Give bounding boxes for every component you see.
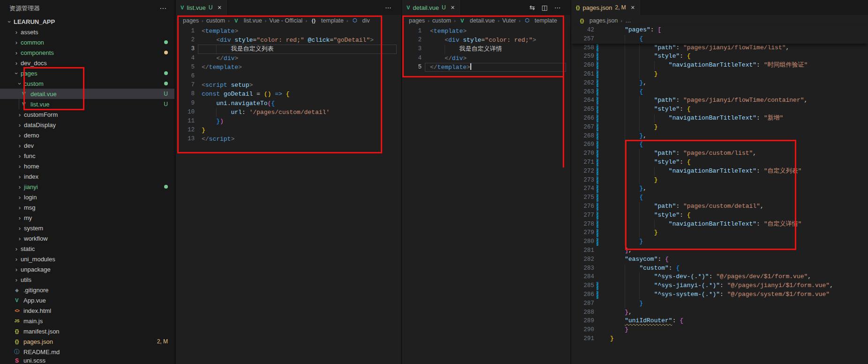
chevron-right-icon[interactable]: › [13, 256, 20, 263]
code-line-257[interactable]: 257 { [571, 35, 868, 44]
tree-item-customform[interactable]: ›customForm [0, 109, 174, 120]
tree-item-utils[interactable]: ›utils [0, 274, 174, 285]
tree-item-uni-scss[interactable]: Suni.scss [0, 357, 174, 364]
code-editor-list-vue[interactable]: 1<template>2 <div style="color: red;" @c… [176, 26, 401, 144]
code-line-258[interactable]: 258 "path": "pages/jianyi/flowTime/list"… [571, 44, 868, 53]
chevron-down-icon[interactable]: › [13, 70, 20, 76]
code-line-3[interactable]: 3 我是自定义详情 [402, 45, 570, 53]
chevron-right-icon[interactable]: › [16, 194, 23, 201]
code-line-3[interactable]: 3 我是自定义列表 [176, 45, 401, 53]
chevron-right-icon[interactable]: › [13, 60, 20, 67]
chevron-right-icon[interactable]: › [16, 163, 23, 170]
code-line-281[interactable]: 281 ], [571, 246, 868, 255]
code-line-286[interactable]: 286 "^sys-system-(.*)": "@/pages/system/… [571, 290, 868, 299]
code-line-271[interactable]: 271 "style": { [571, 158, 868, 167]
chevron-right-icon[interactable]: › [13, 276, 20, 283]
tree-item-learun-app[interactable]: ›LEARUN_APP [0, 16, 174, 27]
code-line-285[interactable]: 285 "^sys-jianyi-(.*)": "@/pages/jianyi/… [571, 281, 868, 290]
tree-item-components[interactable]: ›components [0, 47, 174, 58]
breadcrumb-item[interactable]: pages [409, 17, 425, 24]
chevron-right-icon[interactable]: › [13, 39, 20, 46]
code-line-4[interactable]: 4 </div> [176, 54, 401, 63]
tree-item-index-html[interactable]: <>index.html [0, 305, 174, 316]
code-line-270[interactable]: 270 "path": "pages/custom/list", [571, 149, 868, 158]
close-icon[interactable]: ✕ [631, 5, 635, 11]
tree-item-common[interactable]: ›common [0, 37, 174, 47]
tree-item-dev[interactable]: ›dev [0, 140, 174, 151]
chevron-down-icon[interactable]: › [16, 80, 23, 87]
chevron-right-icon[interactable]: › [13, 29, 20, 36]
chevron-right-icon[interactable]: › [16, 214, 23, 221]
sticky-scroll[interactable]: 42 "pages": [257 { [571, 26, 868, 44]
tree-item-list-vue[interactable]: Vlist.vueU [0, 99, 174, 109]
more-actions-icon[interactable]: ⋯ [385, 4, 392, 11]
code-line-272[interactable]: 272 "navigationBarTitleText": "自定义列表" [571, 167, 868, 176]
code-line-42[interactable]: 42 "pages": [ [571, 26, 868, 35]
more-actions-icon[interactable]: ⋯ [554, 4, 561, 11]
tree-item-readme-md[interactable]: ⓘREADME.md [0, 347, 174, 357]
tree-item-login[interactable]: ›login [0, 192, 174, 202]
code-line-274[interactable]: 274 }, [571, 184, 868, 193]
tree-item-manifest-json[interactable]: {}manifest.json [0, 326, 174, 336]
code-line-269[interactable]: 269 { [571, 140, 868, 149]
code-line-262[interactable]: 262 }, [571, 79, 868, 88]
code-line-277[interactable]: 277 "style": { [571, 211, 868, 220]
breadcrumb-item[interactable]: custom [432, 17, 451, 24]
split-editor-icon[interactable]: ◫ [542, 4, 548, 11]
breadcrumb-item[interactable]: Vlist.vue [233, 17, 262, 24]
tree-item-home[interactable]: ›home [0, 161, 174, 171]
chevron-right-icon[interactable]: › [16, 132, 23, 139]
tree-item-index[interactable]: ›index [0, 171, 174, 182]
tab-list-vue[interactable]: Vlist.vueU✕ [176, 0, 227, 15]
code-line-282[interactable]: 282 "easycom": { [571, 255, 868, 264]
tree-item-unpackage[interactable]: ›unpackage [0, 264, 174, 274]
code-editor-pages-json[interactable]: 42 "pages": [257 {258 "path": "pages/jia… [571, 26, 868, 343]
tree-item-my[interactable]: ›my [0, 212, 174, 223]
tab-detail-vue[interactable]: Vdetail.vueU✕ [402, 0, 460, 15]
tree-item-main-js[interactable]: JSmain.js [0, 316, 174, 326]
code-line-1[interactable]: 1<template> [176, 27, 401, 36]
breadcrumb-item[interactable]: ⬡template [523, 17, 557, 24]
code-line-7[interactable]: 7<script setup> [176, 81, 401, 90]
code-line-288[interactable]: 288 }, [571, 308, 868, 317]
code-editor-detail-vue[interactable]: 1<template>2 <div style="color: red;">3 … [402, 26, 570, 72]
code-line-263[interactable]: 263 { [571, 88, 868, 97]
tree-item-static[interactable]: ›static [0, 243, 174, 254]
code-line-278[interactable]: 278 "navigationBarTitleText": "自定义详情" [571, 220, 868, 229]
code-line-291[interactable]: 291} [571, 334, 868, 343]
tree-item-workflow[interactable]: ›workflow [0, 233, 174, 243]
tree-item-datadisplay[interactable]: ›dataDisplay [0, 120, 174, 130]
breadcrumb-item[interactable]: Vdetail.vue [459, 17, 495, 24]
code-line-266[interactable]: 266 "navigationBarTitleText": "新增" [571, 114, 868, 123]
chevron-right-icon[interactable]: › [16, 121, 23, 129]
code-line-2[interactable]: 2 <div style="color: red;"> [402, 36, 570, 45]
tree-item-custom[interactable]: ›custom [0, 78, 174, 89]
more-actions-icon[interactable]: ⋯ [159, 4, 167, 13]
code-line-268[interactable]: 268 }, [571, 132, 868, 141]
code-line-287[interactable]: 287 } [571, 299, 868, 308]
chevron-right-icon[interactable]: › [16, 173, 23, 180]
code-line-5[interactable]: 5</template> [402, 63, 570, 72]
chevron-right-icon[interactable]: › [13, 245, 20, 252]
breadcrumb-item[interactable]: {}pages.json [578, 17, 618, 24]
close-icon[interactable]: ✕ [451, 5, 455, 11]
code-line-13[interactable]: 13</script> [176, 135, 401, 144]
code-line-284[interactable]: 284 "^sys-dev-(.*)": "@/pages/dev/$1/for… [571, 273, 868, 281]
tree-item-uni-modules[interactable]: ›uni_modules [0, 254, 174, 264]
code-line-12[interactable]: 12} [176, 126, 401, 135]
breadcrumb-item[interactable]: Vue - Official [269, 17, 302, 24]
code-line-265[interactable]: 265 "style": { [571, 105, 868, 114]
code-line-273[interactable]: 273 } [571, 176, 868, 185]
chevron-right-icon[interactable]: › [16, 204, 23, 211]
breadcrumb-item[interactable]: ⬡div [351, 17, 370, 24]
code-line-276[interactable]: 276 "path": "pages/custom/detail", [571, 202, 868, 211]
tree-item-app-vue[interactable]: VApp.vue [0, 295, 174, 305]
code-line-1[interactable]: 1<template> [402, 27, 570, 36]
chevron-right-icon[interactable]: › [13, 266, 20, 273]
code-line-11[interactable]: 11 }) [176, 117, 401, 126]
chevron-right-icon[interactable]: › [16, 152, 23, 159]
chevron-right-icon[interactable]: › [16, 235, 23, 242]
code-line-4[interactable]: 4 </div> [402, 54, 570, 63]
tree-item-system[interactable]: ›system [0, 223, 174, 233]
code-line-259[interactable]: 259 "style": { [571, 52, 868, 61]
